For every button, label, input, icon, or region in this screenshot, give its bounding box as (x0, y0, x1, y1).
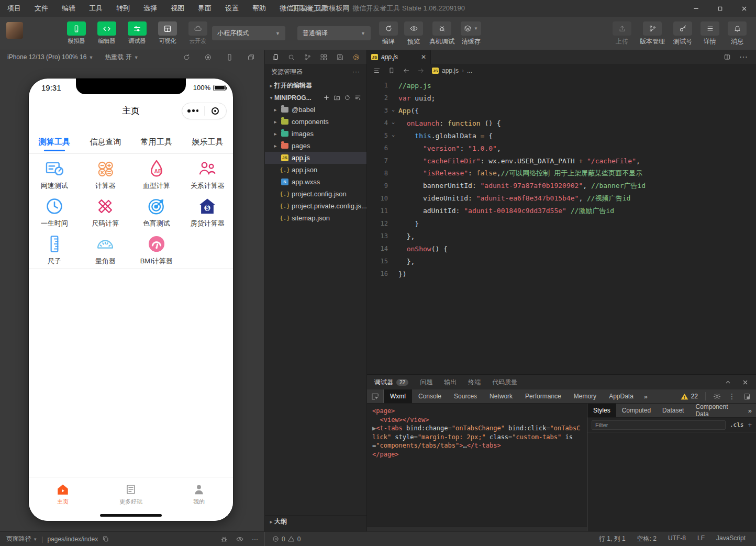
copy-icon[interactable] (102, 536, 109, 542)
encoding[interactable]: UTF-8 (668, 534, 686, 543)
hot-reload-toggle[interactable]: 热重载 开▼ (105, 53, 138, 62)
device-select[interactable]: iPhone 12/13 (Pro) 100% 16▼ (7, 53, 93, 61)
fold-chevron-icon[interactable]: › (388, 107, 398, 114)
tool-item-4[interactable]: 一生时间 (29, 194, 80, 230)
tool-item-10[interactable]: BMI计算器 (131, 231, 182, 268)
menu-item-1[interactable]: 文件 (35, 4, 48, 13)
toolbar-right-action-4[interactable]: 消息 (728, 21, 747, 46)
sim-tab-0[interactable]: 测算工具 (29, 131, 80, 153)
editor-more-button[interactable]: ··· (739, 52, 748, 62)
capsule-close-button[interactable] (205, 107, 227, 115)
cls-button[interactable]: .cls (730, 421, 744, 428)
wxml-node-1[interactable]: <view></view> (372, 416, 582, 425)
menu-item-0[interactable]: 项目 (7, 4, 21, 13)
sim-tab-1[interactable]: 信息查询 (80, 131, 131, 153)
phone-frame-icon[interactable] (226, 53, 234, 61)
user-avatar[interactable] (6, 22, 23, 39)
file-row-pages[interactable]: ▸ pages (265, 140, 366, 152)
toolbar-action-0[interactable]: 编译 (379, 21, 398, 46)
mode-button-4[interactable]: 云开发 (185, 21, 210, 45)
multi-window-icon[interactable] (247, 53, 255, 61)
code-editor[interactable]: 1 //app.js 2 var uuid; 3 › App({ 4 › onL… (367, 79, 756, 288)
menu-item-7[interactable]: 界面 (198, 4, 212, 13)
more-tabs-icon[interactable]: » (640, 393, 652, 400)
mode-button-3[interactable]: 可视化 (155, 21, 180, 45)
wxml-node-3[interactable]: </page> (372, 450, 582, 459)
explorer-more-button[interactable]: ··· (352, 68, 360, 75)
debugger-panel-tab-4[interactable]: 代码质量 (492, 378, 517, 387)
close-panel-icon[interactable] (742, 379, 749, 386)
inspect-element-icon[interactable] (371, 393, 379, 400)
tool-item-6[interactable]: 色盲测试 (131, 194, 182, 230)
save-all-icon[interactable] (336, 53, 344, 61)
rotate-icon[interactable] (183, 53, 191, 61)
file-row-app.wxss[interactable]: S app.wxss (265, 176, 366, 188)
styles-tab-component-data[interactable]: Component Data (690, 404, 743, 417)
collapse-panel-icon[interactable] (725, 379, 731, 386)
wxml-tree[interactable]: <page> <view></view>▶<t-tabs bind:change… (367, 404, 587, 526)
outline-section[interactable]: ▸ 大纲 (265, 515, 366, 527)
eye-icon[interactable] (236, 536, 243, 543)
mode-button-2[interactable]: 调试器 (125, 21, 150, 45)
menu-item-3[interactable]: 工具 (89, 4, 103, 13)
menu-item-8[interactable]: 设置 (225, 4, 239, 13)
nav-back-icon[interactable] (403, 67, 410, 74)
add-style-icon[interactable]: + (748, 421, 752, 429)
indentation[interactable]: 空格: 2 (637, 534, 657, 543)
sim-tab-2[interactable]: 常用工具 (131, 131, 182, 153)
page-path-dropdown[interactable]: 页面路径 ▼ (6, 534, 37, 543)
toolbar-action-1[interactable]: 预览 (404, 21, 423, 46)
toolbar-action-2[interactable]: 真机调试 (429, 21, 454, 46)
capsule-more-button[interactable] (182, 109, 204, 113)
refresh-icon[interactable] (344, 94, 351, 101)
file-row-project.private.config.js...[interactable]: {.} project.private.config.js... (265, 200, 366, 212)
devtools-tab-appdata[interactable]: AppData (603, 389, 640, 403)
language-mode[interactable]: JavaScript (716, 534, 746, 543)
kebab-menu-icon[interactable]: ⋮ (728, 392, 736, 400)
filter-input[interactable] (592, 420, 726, 430)
wxml-node-2[interactable]: ▶<t-tabs bind:change="onTabsChange" bind… (372, 424, 582, 450)
project-section[interactable]: ▾ MINIPROG... (265, 92, 366, 104)
devtools-tab-sources[interactable]: Sources (448, 389, 483, 403)
tabbar-item-2[interactable]: 我的 (165, 477, 233, 521)
devtools-tab-network[interactable]: Network (483, 389, 519, 403)
toolbar-right-action-2[interactable]: 测试号 (673, 21, 692, 46)
menu-item-2[interactable]: 编辑 (62, 4, 75, 13)
tool-item-7[interactable]: $ 房贷计算器 (182, 194, 234, 230)
mode-button-0[interactable]: 模拟器 (64, 21, 89, 45)
file-row-project.config.json[interactable]: {.} project.config.json (265, 188, 366, 200)
tabbar-item-0[interactable]: 主页 (29, 477, 97, 521)
styles-tab-styles[interactable]: Styles (587, 404, 616, 417)
styles-tab-computed[interactable]: Computed (616, 404, 657, 417)
debugger-panel-tab-1[interactable]: 问题 (420, 378, 432, 387)
palette-icon[interactable] (352, 53, 360, 61)
tool-item-2[interactable]: AB 血型计算 (131, 156, 182, 193)
collapse-all-icon[interactable] (354, 94, 361, 101)
record-icon[interactable] (204, 53, 212, 61)
editor-tab-appjs[interactable]: JS app.js ✕ (367, 50, 431, 64)
status-more-icon[interactable]: ··· (252, 536, 258, 543)
toolbar-right-action-1[interactable]: 版本管理 (640, 21, 665, 46)
devtools-tab-console[interactable]: Console (412, 389, 448, 403)
fold-chevron-icon[interactable]: › (388, 132, 398, 139)
dock-icon[interactable] (743, 393, 751, 400)
wxml-node-0[interactable]: <page> (372, 407, 582, 416)
files-icon[interactable] (271, 53, 279, 61)
menu-item-9[interactable]: 帮助 (252, 4, 266, 13)
file-row-app.js[interactable]: JS app.js (265, 152, 366, 164)
new-folder-icon[interactable] (333, 94, 340, 101)
bug-icon[interactable] (220, 536, 228, 543)
search-icon[interactable] (287, 53, 295, 61)
debugger-panel-tab-0[interactable]: 调试器22 (374, 378, 408, 387)
menu-item-5[interactable]: 选择 (143, 4, 157, 13)
tool-item-3[interactable]: 关系计算器 (182, 156, 234, 193)
maximize-button[interactable] (708, 0, 732, 17)
tool-item-9[interactable]: 量角器 (80, 231, 131, 268)
problems-counter[interactable]: 0 0 (264, 532, 308, 546)
close-button[interactable] (732, 0, 756, 17)
tool-item-0[interactable]: 网速测试 (29, 156, 80, 193)
fold-chevron-icon[interactable]: › (388, 120, 398, 127)
split-editor-icon[interactable] (724, 53, 731, 61)
file-row-app.json[interactable]: {.} app.json (265, 164, 366, 176)
file-row-sitemap.json[interactable]: {.} sitemap.json (265, 212, 366, 224)
